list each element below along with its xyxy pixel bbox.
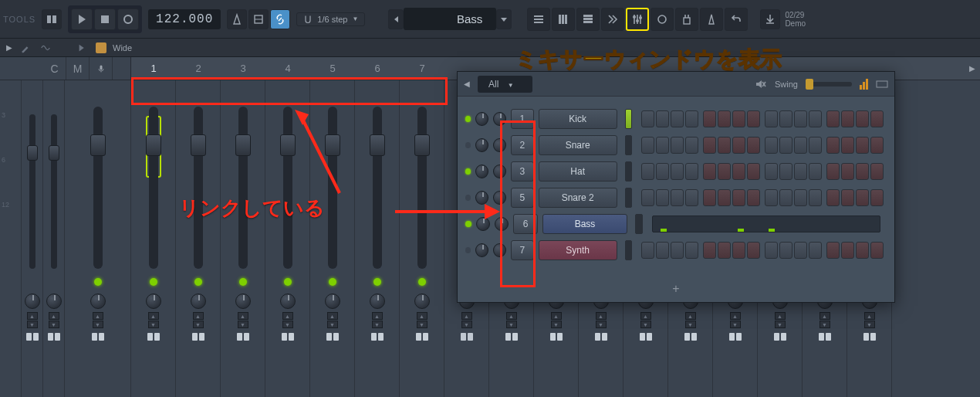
send-arrows[interactable]: ▲▼ — [551, 312, 562, 328]
save-icon[interactable] — [760, 9, 780, 29]
channel-led[interactable] — [465, 142, 471, 148]
tempo-display[interactable]: 122.000 — [148, 9, 221, 29]
send-arrows[interactable]: ▲▼ — [372, 312, 383, 328]
step-button[interactable] — [718, 189, 731, 206]
send-arrows[interactable]: ▲▼ — [506, 312, 517, 328]
pan-knob[interactable] — [191, 294, 206, 309]
step-button[interactable] — [765, 137, 778, 154]
send-arrows[interactable]: ▲▼ — [685, 312, 696, 328]
undo-icon[interactable] — [725, 8, 748, 31]
step-button[interactable] — [794, 137, 807, 154]
track-num-4[interactable]: 4 — [265, 57, 310, 80]
step-button[interactable] — [732, 189, 745, 206]
step-button[interactable] — [794, 110, 807, 127]
countdown-icon[interactable] — [248, 9, 269, 29]
step-button[interactable] — [826, 110, 840, 127]
piano-roll-preview[interactable] — [652, 215, 880, 232]
send-arrows[interactable]: ▲▼ — [148, 312, 159, 328]
playlist-icon[interactable] — [527, 8, 550, 31]
track-num-1[interactable]: 1 — [131, 57, 176, 80]
channel-name-button[interactable]: Kick — [539, 109, 617, 129]
stereo-sep-icon[interactable] — [190, 331, 207, 342]
step-button[interactable] — [826, 242, 840, 259]
step-button[interactable] — [794, 163, 807, 180]
step-button[interactable] — [826, 189, 840, 206]
stereo-sep-icon[interactable] — [772, 331, 789, 342]
step-button[interactable] — [641, 189, 654, 206]
stereo-sep-icon[interactable] — [235, 331, 252, 342]
step-button[interactable] — [656, 163, 669, 180]
channel-led[interactable] — [465, 247, 471, 253]
step-button[interactable] — [779, 242, 792, 259]
channel-mixer-num[interactable]: 2 — [511, 135, 534, 155]
channel-pan-knob[interactable] — [476, 217, 490, 231]
step-button[interactable] — [718, 137, 731, 154]
stereo-sep-icon[interactable] — [548, 331, 565, 342]
knob[interactable] — [46, 294, 62, 309]
record-button[interactable] — [117, 8, 139, 30]
step-button[interactable] — [747, 137, 760, 154]
step-button[interactable] — [685, 110, 698, 127]
stereo-sep-icon[interactable] — [145, 331, 162, 342]
column-c[interactable]: C — [43, 57, 66, 80]
step-button[interactable] — [765, 242, 778, 259]
send-arrows[interactable]: ▲▼ — [640, 312, 651, 328]
stereo-sep-icon[interactable] — [324, 331, 341, 342]
channel-name-button[interactable]: Synth — [539, 240, 617, 260]
step-button[interactable] — [656, 242, 669, 259]
step-button[interactable] — [841, 110, 854, 127]
stereo-sep-icon[interactable] — [682, 331, 699, 342]
step-button[interactable] — [826, 163, 840, 180]
channel-led[interactable] — [465, 168, 471, 175]
step-button[interactable] — [841, 163, 854, 180]
send-arrows[interactable]: ▲▼ — [417, 312, 427, 328]
channel-selector[interactable] — [625, 188, 632, 208]
mixer-track-insert-5[interactable]: Insert 5 ▲▼ — [310, 80, 355, 397]
knob[interactable] — [25, 294, 40, 309]
step-button[interactable] — [641, 242, 654, 259]
channel-vol-knob[interactable] — [493, 191, 506, 205]
menu-arrow-icon[interactable]: ▶ — [6, 43, 12, 52]
color-swatch[interactable] — [96, 42, 106, 53]
browser-toggle-icon[interactable] — [601, 8, 624, 31]
step-button[interactable] — [747, 163, 760, 180]
stereo-sep-icon[interactable] — [369, 331, 386, 342]
step-button[interactable] — [856, 189, 869, 206]
channel-vol-knob[interactable] — [493, 243, 506, 257]
step-button[interactable] — [809, 137, 822, 154]
link-small-icon[interactable] — [76, 42, 90, 53]
step-button[interactable] — [685, 163, 698, 180]
stereo-sep-icon[interactable] — [727, 331, 744, 342]
metronome-icon[interactable] — [227, 9, 247, 29]
step-button[interactable] — [685, 137, 698, 154]
stereo-sep-icon[interactable] — [593, 331, 610, 342]
step-button[interactable] — [703, 189, 716, 206]
send-arrows[interactable]: ▲▼ — [596, 312, 607, 328]
wave-icon[interactable] — [39, 42, 52, 53]
send-arrows[interactable]: ▲▼ — [819, 312, 830, 328]
step-button[interactable] — [732, 242, 745, 259]
channel-name-button[interactable]: Bass — [542, 214, 627, 234]
step-button[interactable] — [718, 163, 731, 180]
step-button[interactable] — [870, 137, 884, 154]
mixer-icon[interactable] — [626, 8, 649, 31]
snap-selector[interactable]: 1/6 step ▼ — [296, 12, 365, 26]
track-num-6[interactable]: 6 — [355, 57, 400, 80]
tool-icon-1[interactable] — [651, 8, 674, 31]
pan-knob[interactable] — [146, 294, 161, 309]
send-arrows[interactable]: ▲▼ — [282, 312, 293, 328]
play-button[interactable] — [71, 8, 93, 30]
pan-knob[interactable] — [280, 294, 296, 309]
step-button[interactable] — [732, 110, 745, 127]
mixer-track-insert-2[interactable]: Insert 2 ▲▼ — [176, 80, 221, 397]
pan-knob[interactable] — [90, 294, 106, 309]
channel-selector[interactable] — [625, 109, 632, 129]
channel-row[interactable]: 2Snare — [465, 132, 887, 158]
send-arrows[interactable]: ▲▼ — [238, 312, 248, 328]
send-arrows[interactable]: ▲▼ — [93, 312, 103, 328]
step-button[interactable] — [856, 163, 869, 180]
step-button[interactable] — [826, 137, 840, 154]
pattern-song-toggle[interactable] — [42, 9, 62, 29]
mixer-track-insert-4[interactable]: Insert 4 ▲▼ — [265, 80, 310, 397]
step-button[interactable] — [856, 137, 869, 154]
